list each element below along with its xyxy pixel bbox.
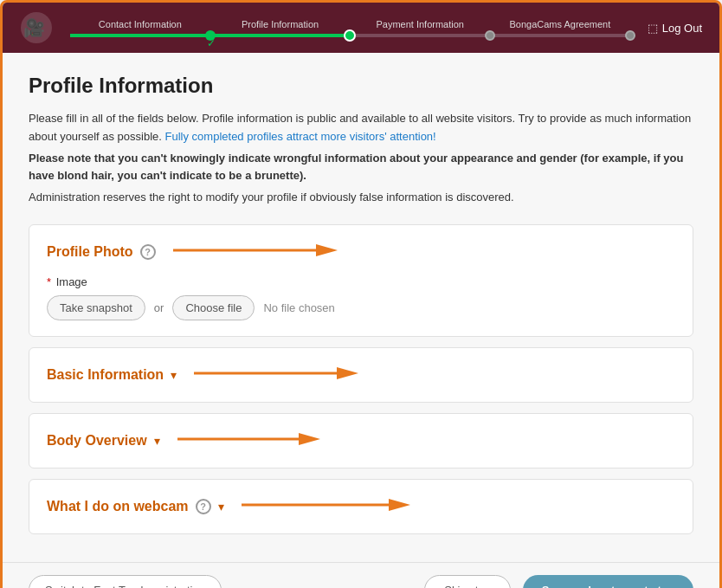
info-text-1: Please fill in all of the fields below. … xyxy=(29,110,693,146)
or-text: or xyxy=(154,301,164,314)
body-overview-section: Body Overview ▾ xyxy=(29,413,693,468)
body-overview-title: Body Overview xyxy=(47,433,147,449)
basic-information-section: Basic Information ▾ xyxy=(29,347,693,403)
step-contact-track: ✓ xyxy=(70,34,210,37)
info-box: Please fill in all of the fields below. … xyxy=(29,110,693,207)
arrow-annotation-body xyxy=(177,430,320,452)
info-text-3: Administration reserves the right to mod… xyxy=(29,189,693,207)
step-profile-dot xyxy=(344,29,356,42)
page-title: Profile Information xyxy=(29,74,693,98)
step-profile-label: Profile Information xyxy=(242,19,319,29)
no-file-text: No file chosen xyxy=(263,301,334,314)
step-profile-track xyxy=(210,34,351,37)
step-payment-label: Payment Information xyxy=(376,19,464,29)
logout-label: Log Out xyxy=(662,22,702,35)
highlight-text: Fully completed profiles attract more vi… xyxy=(165,130,436,143)
body-overview-chevron[interactable]: ▾ xyxy=(154,434,160,448)
image-label: * Image xyxy=(47,275,675,288)
step-profile: Profile Information xyxy=(210,19,351,37)
profile-photo-section: Profile Photo ? * Image Take snapshot xyxy=(29,224,693,337)
svg-marker-9 xyxy=(389,499,410,511)
step-payment: Payment Information xyxy=(350,19,490,37)
step-agreement: BongaCams Agreement xyxy=(490,19,630,37)
step-agreement-track xyxy=(490,34,630,37)
step-contact-dot xyxy=(205,30,216,41)
profile-photo-title: Profile Photo xyxy=(47,244,133,260)
skip-step-button[interactable]: Skip step xyxy=(424,575,510,588)
webcam-chevron[interactable]: ▾ xyxy=(218,500,224,514)
info-bold: Please note that you can't knowingly ind… xyxy=(29,152,683,183)
webcam-header[interactable]: What I do on webcam ? ▾ xyxy=(47,495,675,518)
info-text-2: Please note that you can't knowingly ind… xyxy=(29,150,693,186)
steps-bar: Contact Information ✓ Profile Informatio… xyxy=(70,19,630,37)
profile-photo-help-icon[interactable]: ? xyxy=(140,244,156,260)
choose-file-button[interactable]: Choose file xyxy=(172,295,255,320)
step-payment-track xyxy=(350,34,490,37)
file-input-row: Take snapshot or Choose file No file cho… xyxy=(47,295,675,320)
webcam-section: What I do on webcam ? ▾ xyxy=(29,479,693,534)
bottom-bar: Switch to Fast Track registration Skip s… xyxy=(3,562,719,588)
save-next-button[interactable]: Save and go to next step xyxy=(523,575,693,588)
logout-icon: ⬚ xyxy=(648,22,658,35)
basic-info-title: Basic Information xyxy=(47,367,164,383)
required-marker: * xyxy=(47,275,51,288)
take-snapshot-button[interactable]: Take snapshot xyxy=(47,295,145,320)
right-actions: Skip step Save and go to next step xyxy=(424,575,693,588)
svg-marker-5 xyxy=(337,367,358,379)
step-contact: Contact Information ✓ xyxy=(70,19,210,37)
webcam-help-icon[interactable]: ? xyxy=(196,499,211,514)
basic-info-chevron[interactable]: ▾ xyxy=(171,368,177,382)
body-overview-header[interactable]: Body Overview ▾ xyxy=(47,430,675,452)
webcam-title: What I do on webcam xyxy=(47,499,189,514)
svg-text:🎥: 🎥 xyxy=(23,17,45,38)
profile-photo-header: Profile Photo ? xyxy=(47,241,675,263)
step-payment-dot xyxy=(485,30,495,41)
arrow-annotation-photo xyxy=(173,241,338,263)
step-agreement-dot xyxy=(625,30,635,41)
step-agreement-label: BongaCams Agreement xyxy=(510,19,611,29)
svg-marker-3 xyxy=(316,244,338,256)
logout-button[interactable]: ⬚ Log Out xyxy=(648,22,702,35)
basic-info-header[interactable]: Basic Information ▾ xyxy=(47,364,675,386)
main-content: Profile Information Please fill in all o… xyxy=(3,53,719,562)
arrow-annotation-basic xyxy=(194,364,358,386)
step-contact-label: Contact Information xyxy=(99,19,182,29)
arrow-annotation-webcam xyxy=(242,495,410,518)
svg-marker-7 xyxy=(299,433,320,445)
switch-fast-track-button[interactable]: Switch to Fast Track registration xyxy=(29,575,222,588)
logo: 🎥 xyxy=(20,11,53,44)
header: 🎥 Contact Information ✓ Profile Informat… xyxy=(3,3,719,53)
image-label-text: Image xyxy=(56,275,87,288)
